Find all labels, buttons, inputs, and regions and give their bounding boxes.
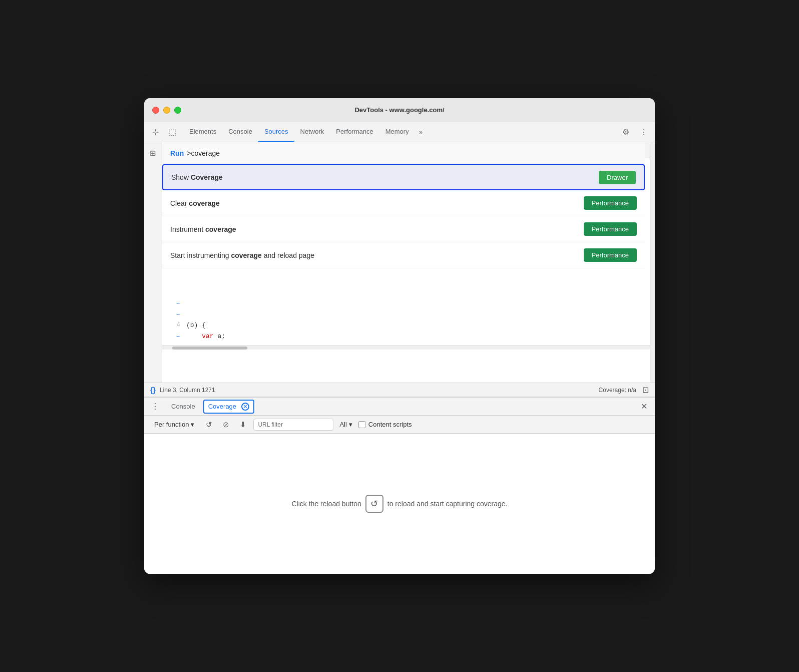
tab-console[interactable]: Console: [222, 122, 258, 142]
coverage-toolbar: Per function ▾ ↺ ⊘ ⬇ All ▾ Content scrip…: [144, 416, 655, 434]
tab-elements[interactable]: Elements: [183, 122, 222, 142]
command-input-text: >coverage: [187, 149, 220, 157]
reload-icon-box[interactable]: ↺: [365, 495, 383, 513]
tab-settings-group: ⚙ ⋮: [619, 125, 651, 139]
devtools-body: ⊹ ⬚ Elements Console Sources Network Per…: [144, 122, 655, 574]
drawer-tab-coverage-label: Coverage: [208, 403, 236, 410]
panel-icon[interactable]: ⊞: [146, 146, 160, 160]
performance-button-3[interactable]: Performance: [584, 248, 637, 262]
status-coverage: Coverage: n/a: [599, 387, 636, 394]
code-line-1: –: [162, 297, 650, 308]
screencast-icon[interactable]: ⊡: [642, 385, 649, 395]
reload-message-suffix: to reload and start capturing coverage.: [387, 500, 508, 508]
command-item-show-coverage[interactable]: Show Coverage Drawer: [162, 164, 645, 190]
sidebar-icons-top: ⊹ ⬚: [148, 125, 179, 139]
drawer-button[interactable]: Drawer: [599, 171, 636, 184]
device-icon[interactable]: ⬚: [165, 125, 179, 139]
content-scripts-label[interactable]: Content scripts: [358, 421, 412, 428]
command-list: Show Coverage Drawer Clear coverage Perf…: [162, 164, 645, 268]
status-position: Line 3, Column 1271: [160, 387, 215, 394]
close-button[interactable]: [152, 107, 159, 114]
per-function-dropdown[interactable]: Per function ▾: [150, 419, 198, 430]
code-line-2: –: [162, 308, 650, 319]
main-area: ⊞ (ind Run >coverage: [144, 142, 655, 383]
all-dropdown-icon: ▾: [349, 421, 352, 428]
performance-button-2[interactable]: Performance: [584, 222, 637, 236]
drawer-tabs-bar: ⋮ Console Coverage ✕ ✕: [144, 398, 655, 416]
editor-area: (ind Run >coverage Show Coverage: [162, 142, 650, 383]
command-item-text-0: Show Coverage: [171, 173, 223, 181]
braces-icon: {}: [150, 386, 156, 394]
all-select-dropdown[interactable]: All ▾: [337, 421, 354, 428]
editor-scrollbar[interactable]: [162, 346, 650, 350]
settings-icon[interactable]: ⚙: [619, 125, 633, 139]
code-line-4: – var a;: [162, 330, 650, 342]
code-line-3: 4 (b) {: [162, 319, 650, 330]
drawer-menu-icon[interactable]: ⋮: [148, 400, 162, 414]
inspect-icon[interactable]: ⊹: [148, 125, 162, 139]
command-item-instrument-coverage[interactable]: Instrument coverage Performance: [162, 216, 645, 242]
command-item-text-3: Start instrumenting coverage and reload …: [170, 251, 314, 259]
download-coverage-button[interactable]: ⬇: [236, 418, 249, 431]
command-item-text-1: Clear coverage: [170, 199, 220, 207]
url-filter-input[interactable]: [253, 419, 333, 431]
tab-network[interactable]: Network: [294, 122, 330, 142]
more-options-icon[interactable]: ⋮: [637, 125, 651, 139]
editor-scrollbar-right[interactable]: [650, 142, 655, 383]
per-function-label: Per function: [154, 421, 189, 428]
clear-coverage-button[interactable]: ⊘: [219, 418, 232, 431]
command-input-row: Run >coverage: [162, 142, 645, 164]
command-overlay: Run >coverage Show Coverage Drawer: [162, 142, 645, 268]
coverage-content: Click the reload button ↺ to reload and …: [144, 434, 655, 574]
tab-more[interactable]: »: [415, 122, 427, 142]
drawer-tab-console[interactable]: Console: [165, 398, 201, 416]
devtools-tabs-bar: ⊹ ⬚ Elements Console Sources Network Per…: [144, 122, 655, 142]
tab-performance[interactable]: Performance: [330, 122, 379, 142]
drawer-close-button[interactable]: ✕: [637, 400, 651, 414]
command-run-label: Run: [170, 149, 184, 157]
tab-sources[interactable]: Sources: [258, 122, 294, 142]
minimize-button[interactable]: [163, 107, 170, 114]
reload-message-prefix: Click the reload button: [291, 500, 361, 508]
per-function-dropdown-icon: ▾: [191, 421, 194, 428]
command-item-start-instrumenting[interactable]: Start instrumenting coverage and reload …: [162, 242, 645, 268]
scrollbar-thumb[interactable]: [172, 347, 247, 350]
devtools-window: DevTools - www.google.com/ ⊹ ⬚ Elements …: [144, 98, 655, 574]
sidebar-icons: ⊞: [144, 142, 162, 383]
command-item-text-2: Instrument coverage: [170, 225, 236, 233]
drawer-section: ⋮ Console Coverage ✕ ✕ Per function ▾ ↺: [144, 397, 655, 574]
reload-message: Click the reload button ↺ to reload and …: [291, 495, 507, 513]
command-item-clear-coverage[interactable]: Clear coverage Performance: [162, 190, 645, 216]
title-bar: DevTools - www.google.com/: [144, 98, 655, 122]
content-scripts-checkbox[interactable]: [358, 421, 365, 428]
tab-memory[interactable]: Memory: [379, 122, 415, 142]
coverage-tab-close[interactable]: ✕: [241, 403, 249, 411]
window-title: DevTools - www.google.com/: [354, 106, 444, 114]
traffic-lights: [152, 107, 181, 114]
performance-button-1[interactable]: Performance: [584, 196, 637, 210]
all-label: All: [339, 421, 346, 428]
editor-content: – – 4 (b) { – var a;: [162, 293, 650, 346]
reload-coverage-button[interactable]: ↺: [202, 418, 215, 431]
content-scripts-text: Content scripts: [368, 421, 412, 428]
maximize-button[interactable]: [174, 107, 181, 114]
status-bar: {} Line 3, Column 1271 Coverage: n/a ⊡: [144, 383, 655, 397]
drawer-tab-coverage-wrapper[interactable]: Coverage ✕: [203, 400, 254, 414]
